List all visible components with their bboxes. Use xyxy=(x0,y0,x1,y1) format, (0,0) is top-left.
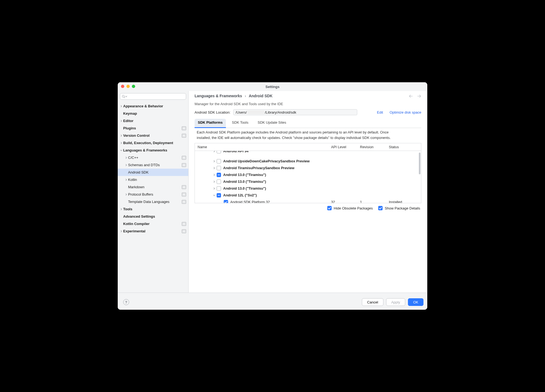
ok-button[interactable]: OK xyxy=(408,298,423,306)
row-name: Android SDK Platform 32 xyxy=(230,200,270,203)
sidebar-item-vcs[interactable]: Version Control xyxy=(118,132,188,139)
sdk-location-field[interactable]: /Users/ /Library/Android/sdk xyxy=(233,109,357,115)
breadcrumb: Languages & Frameworks › Android SDK xyxy=(195,94,421,98)
settings-window: Settings Appearance & BehaviorKeymapEdit… xyxy=(118,82,427,310)
panel-description: Each Android SDK Platform package includ… xyxy=(189,128,399,143)
search-field[interactable] xyxy=(120,93,186,100)
tab-platforms[interactable]: SDK Platforms xyxy=(195,119,226,128)
apply-button[interactable]: Apply xyxy=(386,298,405,306)
settings-sidebar: Appearance & BehaviorKeymapEditorPlugins… xyxy=(118,91,189,293)
optimize-link[interactable]: Optimize disk space xyxy=(390,110,421,114)
chevron-right-icon[interactable] xyxy=(119,134,123,138)
row-name: Android 13.0 ("Tiramisu") xyxy=(223,173,266,177)
checkbox-icon[interactable] xyxy=(217,173,221,177)
chevron-right-icon[interactable] xyxy=(213,174,216,176)
sidebar-item-protobuf[interactable]: Protocol Buffers xyxy=(118,191,188,198)
hide-obsolete-option[interactable]: Hide Obsolete Packages xyxy=(327,206,373,210)
sidebar-item-label: Tools xyxy=(123,207,132,211)
checkbox-icon[interactable] xyxy=(217,159,221,163)
search-input[interactable] xyxy=(128,94,184,99)
chevron-right-icon[interactable] xyxy=(124,193,128,196)
chevron-right-icon[interactable] xyxy=(213,160,216,163)
chevron-right-icon[interactable] xyxy=(119,119,123,123)
sidebar-item-label: Editor xyxy=(123,119,134,123)
sidebar-item-editor[interactable]: Editor xyxy=(118,117,188,124)
chevron-right-icon[interactable] xyxy=(213,167,216,169)
chevron-right-icon[interactable] xyxy=(124,156,128,160)
sidebar-item-exp[interactable]: Experimental xyxy=(118,227,188,235)
sidebar-item-label: C/C++ xyxy=(128,156,138,160)
sidebar-item-tools[interactable]: Tools xyxy=(118,205,188,213)
project-icon xyxy=(182,229,186,233)
sidebar-item-keymap[interactable]: Keymap xyxy=(118,110,188,117)
sidebar-item-lang[interactable]: Languages & Frameworks xyxy=(118,147,188,154)
checkbox-icon[interactable] xyxy=(217,180,221,184)
chevron-right-icon[interactable] xyxy=(213,180,216,183)
chevron-down-icon[interactable] xyxy=(119,148,123,152)
sidebar-item-tdl[interactable]: Template Data Languages xyxy=(118,198,188,205)
settings-tree: Appearance & BehaviorKeymapEditorPlugins… xyxy=(118,102,188,293)
sidebar-item-ccpp[interactable]: C/C++ xyxy=(118,154,188,161)
row-name: Android UpsideDownCakePrivacySandbox Pre… xyxy=(223,159,310,163)
project-icon xyxy=(182,134,186,138)
sidebar-item-plugins[interactable]: Plugins xyxy=(118,124,188,132)
traffic-lights xyxy=(121,85,135,88)
tab-sites[interactable]: SDK Update Sites xyxy=(255,119,290,128)
checkbox-icon[interactable] xyxy=(217,166,221,170)
show-details-label: Show Package Details xyxy=(385,206,420,210)
sidebar-item-kotlinc[interactable]: Kotlin Compiler xyxy=(118,220,188,227)
chevron-right-icon[interactable] xyxy=(119,104,123,108)
help-icon[interactable]: ? xyxy=(123,299,129,305)
tab-tools[interactable]: SDK Tools xyxy=(229,119,252,128)
arrow-right-icon[interactable] xyxy=(417,94,421,98)
chevron-right-icon[interactable] xyxy=(124,163,128,167)
sdk-path-suffix: /Library/Android/sdk xyxy=(265,110,296,114)
table-row[interactable]: Android API 34 xyxy=(195,151,421,154)
chevron-down-icon[interactable] xyxy=(213,194,216,197)
sidebar-item-kotlin[interactable]: Kotlin xyxy=(118,176,188,183)
cancel-button[interactable]: Cancel xyxy=(362,298,383,306)
table-header: Name API Level Revision Status xyxy=(195,143,421,151)
chevron-right-icon[interactable] xyxy=(119,207,123,211)
sidebar-item-android-sdk[interactable]: Android SDK xyxy=(118,169,188,176)
checkbox-icon[interactable] xyxy=(217,186,221,191)
sidebar-item-adv[interactable]: Advanced Settings xyxy=(118,213,188,220)
col-name: Name xyxy=(195,145,329,149)
sidebar-item-label: Appearance & Behavior xyxy=(123,104,163,108)
table-row[interactable]: Android 12L ("Sv2") xyxy=(195,192,421,199)
chevron-right-icon[interactable] xyxy=(119,229,123,233)
minimize-icon[interactable] xyxy=(126,85,130,88)
close-icon[interactable] xyxy=(121,85,124,88)
table-row[interactable]: Android UpsideDownCakePrivacySandbox Pre… xyxy=(195,158,421,165)
checkbox-icon[interactable] xyxy=(217,193,221,197)
scrollbar-thumb[interactable] xyxy=(419,153,420,174)
table-row[interactable]: Android 13.0 ("Tiramisu") xyxy=(195,171,421,178)
table-row[interactable]: Android TiramisuPrivacySandbox Preview xyxy=(195,165,421,171)
chevron-right-icon[interactable] xyxy=(119,141,123,145)
hide-obsolete-label: Hide Obsolete Packages xyxy=(334,206,373,210)
project-icon xyxy=(182,126,186,130)
sidebar-item-label: Kotlin xyxy=(128,178,137,182)
table-row[interactable]: Android 13.0 ("Tiramisu") xyxy=(195,185,421,192)
arrow-left-icon[interactable] xyxy=(409,94,413,98)
row-rev: 1 xyxy=(358,200,387,203)
project-icon xyxy=(182,185,186,189)
sidebar-item-label: Android SDK xyxy=(128,170,149,174)
sidebar-item-markdown[interactable]: Markdown xyxy=(118,183,188,191)
checkbox-icon[interactable] xyxy=(217,151,221,153)
sidebar-item-label: Languages & Frameworks xyxy=(123,148,167,152)
window-title: Settings xyxy=(265,85,279,89)
sidebar-item-schemas[interactable]: Schemas and DTDs xyxy=(118,161,188,169)
zoom-icon[interactable] xyxy=(132,85,135,88)
table-row[interactable]: Android 13.0 ("Tiramisu") xyxy=(195,178,421,185)
sidebar-item-appearance[interactable]: Appearance & Behavior xyxy=(118,102,188,110)
table-row[interactable]: Android SDK Platform 32321Installed xyxy=(195,199,421,203)
checkbox-icon[interactable] xyxy=(224,200,228,203)
sdk-path-redacted xyxy=(247,110,264,114)
sidebar-item-build[interactable]: Build, Execution, Deployment xyxy=(118,139,188,147)
chevron-right-icon[interactable] xyxy=(124,178,128,182)
show-details-option[interactable]: Show Package Details xyxy=(378,206,420,210)
edit-link[interactable]: Edit xyxy=(377,110,383,114)
chevron-right-icon[interactable] xyxy=(213,151,216,153)
chevron-right-icon[interactable] xyxy=(213,187,216,190)
